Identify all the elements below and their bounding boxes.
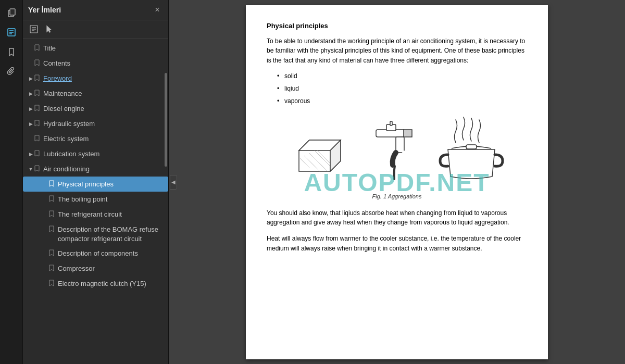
faucet-figure <box>360 119 423 187</box>
bookmark-item-aircon[interactable]: ▼ Air conditioning <box>23 161 168 177</box>
bookmark-icon-foreword <box>34 73 42 83</box>
panel-header: Yer İmleri × <box>23 0 168 20</box>
expand-arrow-maintenance[interactable]: ▶ <box>27 89 34 99</box>
expand-placeholder-refrigerant <box>42 209 49 220</box>
list-item-vaporous: vaporous <box>277 96 527 106</box>
bookmark-icon-bomag <box>49 224 56 234</box>
bookmark-label-compressor: Compressor <box>56 263 165 273</box>
bookmark-icon-physical <box>49 179 56 189</box>
bookmark-icon-contents <box>34 58 42 68</box>
paperclip-toolbar-icon[interactable] <box>3 64 20 80</box>
panel-collapse-button[interactable]: ◀ <box>170 175 177 190</box>
expand-arrow-aircon[interactable]: ▼ <box>27 164 34 174</box>
svg-rect-20 <box>390 121 392 125</box>
bookmark-toolbar-icon[interactable] <box>3 44 20 60</box>
left-toolbar <box>0 0 23 364</box>
bookmark-item-bomag[interactable]: Description of the BOMAG refuse compacto… <box>23 222 168 246</box>
bookmark-item-physical[interactable]: Physical principles <box>23 177 168 192</box>
aggregation-figures <box>267 114 527 187</box>
expand-all-button[interactable] <box>27 22 41 36</box>
expand-placeholder-physical <box>42 179 49 190</box>
bookmark-label-electro: Electro magnetic clutch (Y15) <box>56 278 165 288</box>
bookmark-label-aircon: Air conditioning <box>42 164 165 174</box>
bookmark-icon-hydraulic <box>34 118 42 129</box>
panel-toolbar <box>23 20 168 39</box>
bookmarks-toolbar-icon[interactable] <box>3 24 20 41</box>
page-para2: You should also know, that liqiuds absor… <box>267 208 527 228</box>
expand-placeholder-electro <box>42 279 49 289</box>
expand-arrow-foreword[interactable]: ▶ <box>27 73 34 84</box>
bookmark-item-title[interactable]: Title <box>23 41 168 56</box>
bookmark-icon-desc-components <box>49 248 56 258</box>
expand-placeholder-compressor <box>42 263 49 274</box>
bookmark-icon-title <box>34 43 42 53</box>
bookmark-icon-diesel <box>34 103 42 114</box>
bookmark-label-foreword: Foreword <box>42 73 165 83</box>
page-heading: Physical principles <box>267 21 527 31</box>
svg-rect-21 <box>396 137 404 153</box>
bookmark-icon-aircon <box>34 164 42 174</box>
bookmark-label-hydraulic: Hydraulic system <box>42 118 165 129</box>
expand-arrow-diesel[interactable]: ▶ <box>27 104 34 114</box>
svg-rect-25 <box>466 145 477 149</box>
ice-figure <box>289 124 351 187</box>
steam-pot-figure <box>432 114 505 187</box>
panel-title: Yer İmleri <box>28 6 61 14</box>
bookmark-label-contents: Contents <box>42 58 165 68</box>
bookmark-label-desc-components: Description of components <box>56 248 165 258</box>
bookmark-item-desc-components[interactable]: Description of components <box>23 246 168 261</box>
cursor-tool-button[interactable] <box>43 22 56 36</box>
expand-arrow-hydraulic[interactable]: ▶ <box>27 119 34 129</box>
bookmark-icon-boiling <box>49 194 56 204</box>
page-para3: Heat will always flow from warmer to the… <box>267 234 527 253</box>
list-item-solid: solid <box>277 71 527 81</box>
bookmark-item-lubrication[interactable]: ▶ Lubrication system <box>23 146 168 161</box>
bookmark-icon-maintenance <box>34 88 42 98</box>
expand-placeholder-electric <box>27 134 34 144</box>
bookmark-icon-compressor <box>49 263 56 273</box>
bookmark-label-maintenance: Maintenance <box>42 88 165 98</box>
bookmark-item-hydraulic[interactable]: ▶ Hydraulic system <box>23 116 168 131</box>
bookmark-item-refrigerant[interactable]: The refrigerant circuit <box>23 207 168 222</box>
bookmark-item-contents[interactable]: Contents <box>23 56 168 71</box>
bookmark-icon-electro <box>49 278 56 288</box>
page-document: AUTOPDF.NET Physical principles To be ab… <box>246 5 548 359</box>
svg-rect-22 <box>404 130 412 137</box>
bookmark-label-bomag: Description of the BOMAG refuse compacto… <box>56 224 165 244</box>
fig-caption: Fig. 1 Aggregations <box>267 192 527 201</box>
page-para1: To be able to understand the working pri… <box>267 36 527 66</box>
scrollbar-thumb[interactable] <box>165 73 167 167</box>
panel-close-button[interactable]: × <box>152 4 163 16</box>
bookmark-item-foreword[interactable]: ▶ Foreword <box>23 71 168 86</box>
bookmark-item-electric[interactable]: Electric system <box>23 131 168 146</box>
bookmark-item-boiling[interactable]: The boiling point <box>23 192 168 207</box>
expand-placeholder-boiling <box>42 194 49 205</box>
expand-arrow-lubrication[interactable]: ▶ <box>27 149 34 159</box>
expand-placeholder <box>27 58 34 69</box>
bookmark-label-boiling: The boiling point <box>56 194 165 204</box>
bookmark-label-refrigerant: The refrigerant circuit <box>56 209 165 219</box>
bookmark-item-compressor[interactable]: Compressor <box>23 261 168 276</box>
bookmark-list: Title Contents ▶ Foreword ▶ Maintenance <box>23 39 168 364</box>
bookmark-label-electric: Electric system <box>42 133 165 144</box>
copy-toolbar-icon[interactable] <box>3 4 20 21</box>
expand-placeholder <box>27 43 34 54</box>
bookmark-icon-lubrication <box>34 148 42 159</box>
svg-rect-1 <box>10 9 15 15</box>
bookmarks-panel: Yer İmleri × Title <box>23 0 169 364</box>
bookmark-icon-refrigerant <box>49 209 56 219</box>
page-content: Physical principles To be able to unders… <box>267 21 527 253</box>
bookmark-label-diesel: Diesel engine <box>42 103 165 114</box>
bookmark-label-physical: Physical principles <box>56 179 165 189</box>
main-content-area: AUTOPDF.NET Physical principles To be ab… <box>169 0 625 364</box>
bookmark-icon-electric <box>34 133 42 144</box>
bookmark-item-electro[interactable]: Electro magnetic clutch (Y15) <box>23 276 168 291</box>
bookmark-item-maintenance[interactable]: ▶ Maintenance <box>23 86 168 101</box>
page-list: solid liqiud vaporous <box>277 71 527 106</box>
bookmark-label-lubrication: Lubrication system <box>42 148 165 159</box>
list-item-liqiud: liqiud <box>277 84 527 93</box>
bookmark-item-diesel[interactable]: ▶ Diesel engine <box>23 101 168 116</box>
expand-placeholder-desc <box>42 248 49 259</box>
bookmark-label-title: Title <box>42 43 165 53</box>
expand-placeholder-bomag <box>42 224 49 235</box>
